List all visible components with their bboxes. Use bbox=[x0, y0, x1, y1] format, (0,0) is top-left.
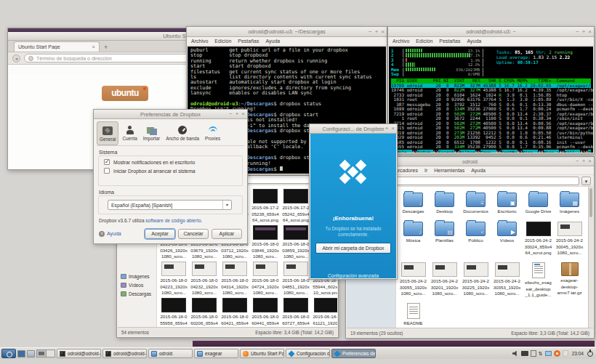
file-item[interactable]: 2015-06-24-230045_1920x1080_scro... bbox=[554, 222, 585, 256]
file-item[interactable]: ♪Música bbox=[398, 222, 429, 256]
tab-ubuntu-start-page[interactable]: Ubuntu Start Page × bbox=[14, 41, 100, 52]
help-link[interactable]: Ayuda bbox=[107, 231, 121, 236]
tab-close-icon[interactable]: × bbox=[92, 44, 95, 50]
prefs-titlebar[interactable]: Preferencias de Dropbox − + × bbox=[94, 110, 247, 119]
fkey-nice-[interactable]: Nice + bbox=[544, 150, 560, 153]
file-item[interactable]: 2015-06-18-061121_1920x1080_scro... bbox=[311, 298, 337, 327]
tab-importar[interactable]: Importar bbox=[141, 121, 162, 145]
menu-pestan-as[interactable]: Pestañas bbox=[439, 39, 460, 44]
file-item[interactable]: eltechs_exagear_desktop_1.1_guide... bbox=[523, 262, 554, 299]
file-item[interactable]: 2015-06-18-003846_1920x1080_scro... bbox=[250, 225, 281, 260]
fkey-search[interactable]: Search bbox=[438, 150, 454, 153]
new-tab-button[interactable]: + bbox=[104, 43, 108, 52]
file-item[interactable]: <Público bbox=[460, 222, 491, 256]
file-item[interactable]: 2015-06-24-230024_659x464_scrot.png bbox=[523, 222, 554, 256]
maximize-icon[interactable]: + bbox=[375, 29, 379, 35]
file-item[interactable]: 2015-06-24-230201_1920x1080_scro... bbox=[429, 262, 460, 299]
volume-icon[interactable] bbox=[512, 351, 519, 357]
file-item[interactable]: 2015-06-18-004724_1920x1080_scro... bbox=[250, 262, 281, 296]
close-icon[interactable]: × bbox=[588, 29, 592, 35]
menu-ayuda[interactable]: Ayuda bbox=[266, 39, 281, 44]
menu-pestan-as[interactable]: Pestañas bbox=[238, 39, 259, 44]
file-item[interactable]: Desktop bbox=[429, 193, 460, 215]
htop-process-list[interactable]: 19709 odroid 20 0 822M 327M 45388 S 16.7… bbox=[391, 84, 591, 150]
task-button-ubuntu-start-pag-[interactable]: Ubuntu Start Pag... bbox=[240, 349, 284, 358]
aceptar-button[interactable]: Aceptar bbox=[145, 229, 175, 239]
file-item[interactable]: exagear-desktop-armv7.tar.gz bbox=[554, 262, 585, 299]
back-button[interactable]: ◂ bbox=[12, 54, 20, 62]
file-item[interactable]: 2015-06-18-004314_1920x1080_scro... bbox=[220, 262, 250, 296]
menu-edicio-n[interactable]: Edición bbox=[416, 39, 432, 44]
fkey-sortby[interactable]: SortBy bbox=[502, 150, 518, 153]
menu-ir[interactable]: Ir bbox=[424, 168, 427, 173]
file-item[interactable]: ≡Documentos bbox=[460, 193, 491, 215]
cancelar-button[interactable]: Cancelar bbox=[178, 229, 209, 239]
close-icon[interactable]: × bbox=[241, 111, 245, 117]
start-menu-button[interactable] bbox=[1, 349, 16, 358]
aplicar-button[interactable]: Aplicar bbox=[212, 229, 242, 239]
maximize-icon[interactable]: + bbox=[385, 126, 389, 132]
file-item[interactable]: 2015-06-18-060441_659x464_scrot.png bbox=[250, 298, 281, 327]
close-icon[interactable]: × bbox=[588, 158, 592, 164]
file-item[interactable]: ▶Vídeos bbox=[491, 222, 523, 256]
clipboard-icon[interactable] bbox=[531, 350, 536, 357]
menu-herramientas[interactable]: Herramientas bbox=[434, 168, 464, 173]
chevron-down-icon[interactable]: ▾ bbox=[581, 177, 591, 185]
fkey-quit[interactable]: Quit bbox=[588, 150, 591, 153]
fkey-setup[interactable]: Setup bbox=[417, 150, 433, 153]
tab-general[interactable]: General bbox=[97, 121, 118, 145]
file-item[interactable]: ▦Imágenes bbox=[554, 193, 585, 215]
fkey-filter[interactable]: Filter bbox=[459, 150, 475, 153]
file-item[interactable]: 2015-06-18-004223_1920x1080_scro... bbox=[158, 262, 189, 296]
menu-archivo[interactable]: Archivo bbox=[191, 39, 208, 44]
sidebar-item-ima-genes[interactable]: Imágenes bbox=[121, 274, 150, 279]
workspace-pager[interactable] bbox=[36, 349, 55, 357]
file-item[interactable]: 2015-06-17-205242_659x464_scrot.png bbox=[281, 189, 311, 224]
task-button-odroid-odroid-u-[interactable]: odroid@odroid-u... bbox=[57, 349, 101, 358]
checkbox-mostrar[interactable]: Mostrar notificaciones en el escritorio bbox=[104, 159, 242, 165]
tab-proxies[interactable]: Proxies bbox=[203, 121, 222, 145]
workspace-2[interactable] bbox=[46, 350, 55, 357]
display-icon[interactable] bbox=[545, 351, 552, 356]
language-select[interactable]: Español (España) [Spanish] ▾ bbox=[108, 200, 232, 210]
workspace-1[interactable] bbox=[37, 350, 46, 357]
minimize-icon[interactable]: − bbox=[576, 158, 579, 164]
close-icon[interactable]: × bbox=[381, 29, 384, 35]
task-button-preferencias-de-d-[interactable]: Preferencias de D... bbox=[331, 349, 376, 358]
task-button-odroid[interactable]: odroid bbox=[148, 349, 193, 358]
file-item[interactable]: Google Drive bbox=[523, 193, 554, 215]
dropbox-setup-dialog[interactable]: Configuraci... de Dropbox − + × ¡Enhorab… bbox=[309, 124, 398, 280]
minimize-icon[interactable]: − bbox=[369, 29, 372, 35]
maximize-icon[interactable]: + bbox=[582, 158, 586, 164]
sidebar-item-vi-deos[interactable]: Vídeos bbox=[121, 283, 143, 288]
terminal-htop-window[interactable]: odroid@odroid-u3: ~ − + × ArchivoEdición… bbox=[387, 26, 595, 154]
sidebar-item-descargas[interactable]: Descargas bbox=[121, 291, 151, 296]
shield-icon[interactable] bbox=[563, 350, 568, 357]
setup-titlebar[interactable]: Configuraci... de Dropbox − + × bbox=[310, 124, 397, 134]
minimize-icon[interactable]: − bbox=[379, 126, 382, 132]
fm2-scrollbar[interactable] bbox=[588, 187, 593, 328]
file-item[interactable]: 2015-06-24-230055_1920x1080_scro... bbox=[398, 262, 429, 299]
file-manager-launcher-icon[interactable] bbox=[17, 350, 25, 357]
task-button-configuracio-n-de-[interactable]: Configuración de ... bbox=[286, 349, 330, 358]
file-item[interactable]: 2015-06-18-060727_659x464_scrot.png bbox=[281, 298, 311, 327]
network-icon[interactable]: ⇅ bbox=[539, 351, 543, 357]
fkey-tree[interactable]: Tree bbox=[480, 150, 496, 153]
file-item[interactable]: 2015-06-18-003859_1920x1080_scro... bbox=[281, 225, 311, 260]
file-item[interactable]: 2015-06-18-060421_659x464_scrot.png bbox=[220, 298, 250, 327]
file-item[interactable]: 2015-06-18-004851_1920x1080_scro... bbox=[281, 262, 311, 296]
keyboard-icon[interactable] bbox=[521, 351, 528, 356]
term1-titlebar[interactable]: odroid@odroid-u3: ~/Descargas − + × bbox=[187, 27, 387, 37]
file-item[interactable]: 2015-06-18-004232_1920x1080_scro... bbox=[189, 262, 220, 296]
open-dropbox-folder-button[interactable]: Abrir mi carpeta de Dropbox bbox=[315, 243, 391, 254]
advanced-settings-link[interactable]: Configuración avanzada bbox=[310, 273, 396, 278]
menu-ayuda[interactable]: Ayuda bbox=[467, 39, 482, 44]
tab-ancho-de-banda[interactable]: Ancho de banda bbox=[164, 121, 201, 145]
file-item[interactable]: ↓Descargas bbox=[398, 193, 429, 215]
file-item[interactable]: 2015-06-18-060206_659x464_scrot.png bbox=[189, 298, 220, 327]
fkey-nice-[interactable]: Nice - bbox=[523, 150, 539, 153]
open-source-link[interactable]: software de código abierto. bbox=[145, 218, 202, 223]
file-item[interactable]: 2015-06-17-205238_659x464_scrot.png bbox=[250, 189, 281, 224]
term2-titlebar[interactable]: odroid@odroid-u3: ~ − + × bbox=[388, 27, 594, 37]
file-item[interactable]: 2015-06-18-055958_659x464_scrot.png bbox=[158, 298, 189, 327]
